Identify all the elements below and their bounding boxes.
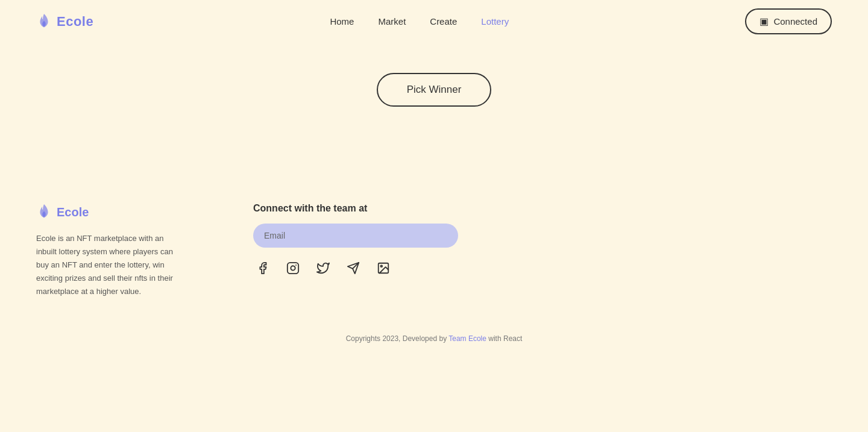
footer-left: Ecole Ecole is an NFT marketplace with a…: [36, 203, 181, 298]
footer: Ecole Ecole is an NFT marketplace with a…: [0, 179, 868, 361]
footer-logo-text: Ecole: [57, 205, 89, 219]
footer-content: Ecole Ecole is an NFT marketplace with a…: [0, 179, 868, 322]
connected-button[interactable]: ▣ Connected: [745, 8, 832, 34]
navbar: Ecole Home Market Create Lottery ▣ Conne…: [0, 0, 868, 43]
telegram-icon[interactable]: [344, 258, 363, 278]
flame-icon: [36, 13, 52, 31]
copyright-suffix: with React: [486, 334, 522, 343]
twitter-icon[interactable]: [313, 258, 333, 278]
svg-rect-0: [288, 263, 298, 274]
logo-text: Ecole: [57, 14, 93, 30]
email-input[interactable]: [253, 224, 458, 248]
nav-link-lottery[interactable]: Lottery: [481, 16, 509, 27]
svg-point-5: [380, 265, 382, 267]
connected-label: Connected: [773, 16, 817, 27]
footer-connect-title: Connect with the team at: [253, 203, 832, 214]
nav-item-market[interactable]: Market: [378, 16, 406, 27]
footer-right: Connect with the team at: [253, 203, 832, 278]
wallet-icon: ▣: [760, 16, 769, 27]
social-icons: [253, 258, 832, 278]
logo: Ecole: [36, 13, 93, 31]
nav-link-market[interactable]: Market: [378, 16, 406, 27]
nav-link-home[interactable]: Home: [330, 16, 354, 27]
instagram-icon[interactable]: [283, 258, 303, 278]
footer-logo: Ecole: [36, 203, 181, 221]
copyright-text: Copyrights 2023, Developed by: [346, 334, 449, 343]
facebook-icon[interactable]: [253, 258, 272, 278]
footer-flame-icon: [36, 203, 52, 221]
nav-item-home[interactable]: Home: [330, 16, 354, 27]
footer-description: Ecole is an NFT marketplace with an inbu…: [36, 232, 181, 298]
footer-bottom: Copyrights 2023, Developed by Team Ecole…: [0, 322, 868, 361]
team-link[interactable]: Team Ecole: [448, 334, 486, 343]
main-content: Pick Winner: [0, 43, 868, 107]
pick-winner-button[interactable]: Pick Winner: [377, 73, 492, 107]
nav-item-create[interactable]: Create: [430, 16, 457, 27]
discord-icon[interactable]: [374, 258, 393, 278]
nav-link-create[interactable]: Create: [430, 16, 457, 27]
nav-item-lottery[interactable]: Lottery: [481, 16, 509, 27]
nav-links: Home Market Create Lottery: [330, 16, 509, 27]
